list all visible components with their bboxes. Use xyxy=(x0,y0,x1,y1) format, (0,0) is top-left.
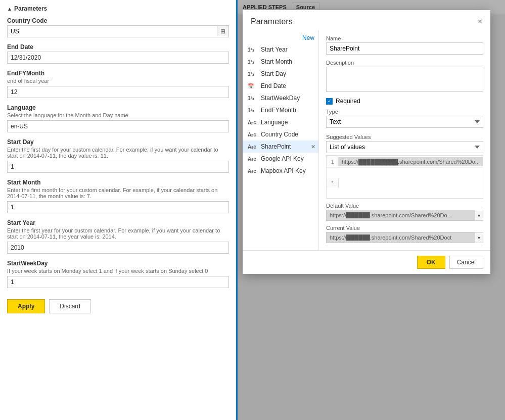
param-list-item-mapbox-api-key[interactable]: Aᵦc Mapbox API Key xyxy=(243,165,318,177)
modal-header: Parameters × xyxy=(243,10,490,30)
sv-row-star-num: * xyxy=(327,178,339,188)
sv-row-1: 1 https://██████████.sharepoint.com/Shar… xyxy=(327,156,483,168)
type-icon-startweekday: 1²₃ xyxy=(248,96,258,101)
current-value-input[interactable] xyxy=(327,232,475,243)
suggested-values-table: 1 https://██████████.sharepoint.com/Shar… xyxy=(326,155,483,199)
cancel-button[interactable]: Cancel xyxy=(449,256,483,269)
start-day-label: Start Day xyxy=(7,138,229,146)
sv-row-star-value[interactable] xyxy=(339,168,483,198)
type-icon-start-month: 1²₃ xyxy=(248,59,258,65)
param-list-item-start-year[interactable]: 1²₃ Start Year xyxy=(243,43,318,56)
start-year-input[interactable] xyxy=(7,242,229,254)
param-list-label-country-code: Country Code xyxy=(261,131,298,138)
param-list-label-google-api-key: Google API Key xyxy=(261,155,304,162)
type-icon-mapbox-api-key: Aᵦc xyxy=(248,168,258,174)
modal-overlay: Parameters × New 1²₃ Start Year 1²₃ Star… xyxy=(238,0,505,420)
end-date-input[interactable] xyxy=(7,52,229,64)
end-fy-month-label: EndFYMonth xyxy=(7,70,229,77)
start-month-label: Start Month xyxy=(7,179,229,186)
country-code-input[interactable] xyxy=(8,26,217,37)
end-fy-month-hint: end of fiscal year xyxy=(7,78,229,84)
section-title: Parameters xyxy=(14,5,47,12)
required-checkbox[interactable]: ✓ xyxy=(326,98,333,105)
start-week-day-input[interactable] xyxy=(7,276,229,288)
sv-row-1-num: 1 xyxy=(327,157,339,166)
type-icon-sharepoint: Aᵦc xyxy=(248,144,258,150)
name-label: Name xyxy=(326,35,483,41)
discard-button[interactable]: Discard xyxy=(49,299,91,313)
language-hint: Select the language for the Month and Da… xyxy=(7,112,229,118)
param-list-item-google-api-key[interactable]: Aᵦc Google API Key xyxy=(243,153,318,165)
modal-param-list: New 1²₃ Start Year 1²₃ Start Month 1²₃ S… xyxy=(243,30,319,250)
param-list-label-start-year: Start Year xyxy=(261,46,288,53)
param-list-label-language: Language xyxy=(261,119,288,126)
type-icon-start-day: 1²₃ xyxy=(248,71,258,77)
apply-button[interactable]: Apply xyxy=(7,299,45,313)
modal-footer: OK Cancel xyxy=(243,250,490,274)
bottom-buttons: Apply Discard xyxy=(7,299,229,313)
param-list-item-end-date[interactable]: 📅 End Date xyxy=(243,80,318,92)
param-list-label-start-day: Start Day xyxy=(261,70,286,77)
end-fy-month-input[interactable] xyxy=(7,86,229,98)
type-icon-start-year: 1²₃ xyxy=(248,47,258,53)
type-icon-language: Aᵦc xyxy=(248,120,258,125)
param-list-item-country-code[interactable]: Aᵦc Country Code xyxy=(243,128,318,141)
start-month-hint: Enter the first month for your custom ca… xyxy=(7,187,229,199)
default-value-input[interactable] xyxy=(327,210,475,220)
country-code-field-wrapper: ⊞ xyxy=(7,25,229,37)
current-value-label: Current Value xyxy=(326,225,483,231)
param-list-item-endfymonth[interactable]: 1²₃ EndFYMonth xyxy=(243,104,318,116)
start-day-input[interactable] xyxy=(7,161,229,173)
left-panel: ▲ Parameters Country Code ⊞ End Date End… xyxy=(0,0,238,420)
param-list-item-start-day[interactable]: 1²₃ Start Day xyxy=(243,68,318,80)
name-input[interactable] xyxy=(326,42,483,55)
start-year-hint: Enter the first year for your custom cal… xyxy=(7,227,229,240)
type-icon-endfymonth: 1²₃ xyxy=(248,108,258,113)
default-value-label: Default Value xyxy=(326,203,483,209)
ok-button[interactable]: OK xyxy=(417,256,445,269)
current-value-dropdown-icon[interactable]: ▾ xyxy=(475,234,483,242)
param-list-label-start-month: Start Month xyxy=(261,58,292,65)
type-label: Type xyxy=(326,109,483,115)
param-list-label-startweekday: StartWeekDay xyxy=(261,95,300,102)
modal-body: New 1²₃ Start Year 1²₃ Start Month 1²₃ S… xyxy=(243,30,490,250)
new-param-button[interactable]: New xyxy=(243,32,318,43)
language-label: Language xyxy=(7,104,229,111)
param-list-item-start-month[interactable]: 1²₃ Start Month xyxy=(243,56,318,68)
suggested-values-type-select[interactable]: List of values Any value xyxy=(326,141,483,153)
start-year-label: Start Year xyxy=(7,219,229,226)
start-week-day-hint: If your week starts on Monday select 1 a… xyxy=(7,268,229,274)
type-icon-end-date: 📅 xyxy=(248,83,258,89)
type-select[interactable]: Text Number Date Decimal Number True/Fal… xyxy=(326,116,483,128)
sv-row-star: * xyxy=(327,168,483,198)
param-list-label-sharepoint: SharePoint xyxy=(261,143,291,150)
start-week-day-label: StartWeekDay xyxy=(7,260,229,267)
param-list-label-endfymonth: EndFYMonth xyxy=(261,107,296,114)
country-code-picker-icon[interactable]: ⊞ xyxy=(217,26,228,36)
default-value-dropdown-icon[interactable]: ▾ xyxy=(475,211,483,220)
suggested-values-label: Suggested Values xyxy=(326,134,483,140)
required-row: ✓ Required xyxy=(326,98,483,105)
parameters-modal: Parameters × New 1²₃ Start Year 1²₃ Star… xyxy=(243,10,490,274)
parameters-section-header[interactable]: ▲ Parameters xyxy=(7,5,229,12)
start-month-input[interactable] xyxy=(7,201,229,213)
current-value-row: ▾ xyxy=(326,232,483,243)
description-textarea[interactable] xyxy=(326,67,483,92)
default-value-row: ▾ xyxy=(326,210,483,221)
sv-row-1-value[interactable]: https://██████████.sharepoint.com/Shared… xyxy=(339,157,483,166)
param-list-item-sharepoint[interactable]: Aᵦc SharePoint ✕ xyxy=(243,141,318,153)
description-label: Description xyxy=(326,60,483,66)
start-day-hint: Enter the first day for your custom cale… xyxy=(7,147,229,159)
modal-title: Parameters xyxy=(251,17,293,26)
param-list-label-end-date: End Date xyxy=(261,82,286,89)
param-list-item-language[interactable]: Aᵦc Language xyxy=(243,116,318,128)
right-area: APPLIED STEPS Source Parameters × New 1²… xyxy=(238,0,505,420)
language-input[interactable] xyxy=(7,120,229,132)
type-icon-country-code: Aᵦc xyxy=(248,132,258,137)
required-label: Required xyxy=(336,98,360,105)
param-list-item-startweekday[interactable]: 1²₃ StartWeekDay xyxy=(243,92,318,104)
modal-close-button[interactable]: × xyxy=(478,17,482,26)
param-list-label-mapbox-api-key: Mapbox API Key xyxy=(261,167,306,174)
remove-sharepoint-icon[interactable]: ✕ xyxy=(311,144,315,150)
end-date-label: End Date xyxy=(7,43,229,51)
